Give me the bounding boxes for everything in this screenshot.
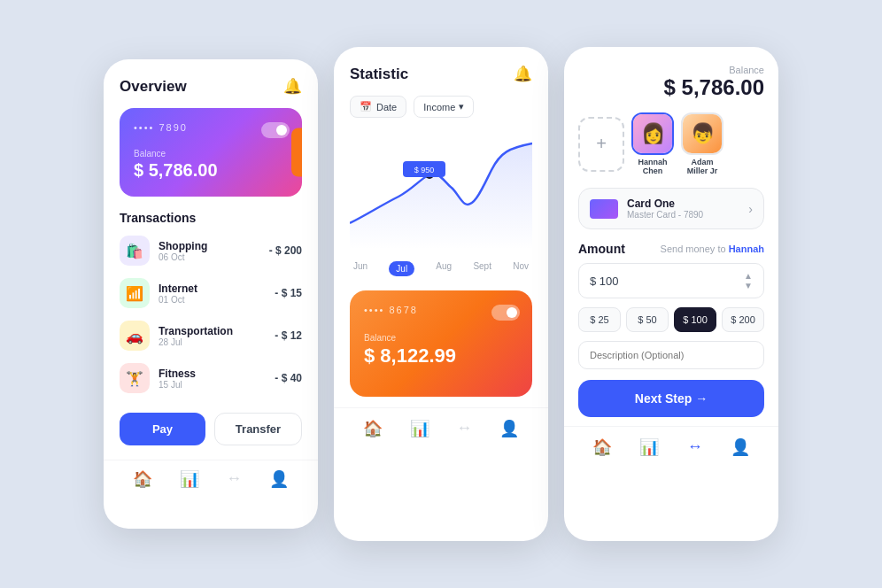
statistic-title: Statistic bbox=[350, 66, 408, 83]
bell-icon[interactable]: 🔔 bbox=[283, 77, 302, 96]
adam-name: AdamMiller Jr bbox=[687, 158, 718, 175]
amount-stepper[interactable]: ▲▼ bbox=[744, 271, 753, 290]
transaction-item: 📶 Internet 01 Oct - $ 15 bbox=[120, 278, 302, 308]
income-label: Income bbox=[423, 102, 455, 112]
income-dropdown[interactable]: Income ▾ bbox=[414, 96, 474, 118]
tx-name: Internet bbox=[159, 282, 275, 295]
tx-name: Fitness bbox=[159, 368, 275, 380]
recipient-hannah[interactable]: 👩 HannahChen bbox=[631, 112, 674, 175]
chart-months: Jun Jul Aug Sept Nov bbox=[350, 261, 532, 276]
tx-amount: - $ 200 bbox=[269, 244, 302, 257]
card-selector[interactable]: Card One Master Card - 7890 › bbox=[578, 188, 764, 229]
home-nav-icon-3[interactable]: 🏠 bbox=[592, 437, 612, 457]
date-filter-button[interactable]: 📅 Date bbox=[350, 96, 406, 118]
card-selector-visual bbox=[590, 199, 618, 219]
hannah-name: HannahChen bbox=[638, 158, 667, 175]
amount-header: Amount Send money to Hannah bbox=[578, 242, 764, 256]
overview-header: Overview 🔔 bbox=[120, 77, 302, 96]
tx-info: Internet 01 Oct bbox=[159, 282, 275, 305]
orange-card-toggle[interactable] bbox=[491, 305, 520, 321]
bell-icon-2[interactable]: 🔔 bbox=[514, 65, 532, 83]
user-nav-icon[interactable]: 👤 bbox=[269, 469, 289, 489]
recipient-adam[interactable]: 👦 AdamMiller Jr bbox=[681, 112, 723, 175]
card-selector-name: Card One bbox=[627, 197, 748, 210]
transfer-button[interactable]: Transfer bbox=[214, 413, 302, 445]
action-buttons: Pay Transfer bbox=[104, 406, 318, 460]
tx-date: 01 Oct bbox=[159, 295, 275, 305]
month-aug: Aug bbox=[436, 261, 452, 276]
filter-row: 📅 Date Income ▾ bbox=[350, 96, 532, 118]
tx-name: Transportation bbox=[159, 325, 275, 337]
internet-icon: 📶 bbox=[120, 278, 150, 308]
screen-send-money: Balance $ 5,786.00 + 👩 HannahChen 👦 Adam… bbox=[564, 47, 778, 541]
arrows-nav-icon[interactable]: ↔️ bbox=[226, 469, 242, 489]
send-to-name: Hannah bbox=[729, 244, 764, 254]
chart-nav-icon-3[interactable]: 📊 bbox=[639, 437, 659, 457]
tx-info: Transportation 28 Jul bbox=[159, 325, 275, 347]
orange-card-balance-label: Balance bbox=[364, 333, 518, 343]
line-chart: $ 950 bbox=[350, 130, 532, 254]
month-nov: Nov bbox=[513, 261, 529, 276]
pay-button[interactable]: Pay bbox=[120, 413, 205, 445]
tx-date: 15 Jul bbox=[159, 380, 275, 390]
transaction-item: 🛍️ Shopping 06 Oct - $ 200 bbox=[120, 236, 302, 266]
recipients-row: + 👩 HannahChen 👦 AdamMiller Jr bbox=[578, 112, 764, 175]
month-jul[interactable]: Jul bbox=[389, 261, 414, 276]
orange-card: •••• 8678 Balance $ 8,122.99 bbox=[350, 290, 532, 397]
svg-text:$ 950: $ 950 bbox=[414, 166, 435, 174]
month-jun: Jun bbox=[353, 261, 368, 276]
transport-icon: 🚗 bbox=[120, 321, 150, 351]
send-balance-amount: $ 5,786.00 bbox=[578, 75, 764, 100]
tx-amount: - $ 12 bbox=[275, 329, 302, 342]
user-nav-icon-2[interactable]: 👤 bbox=[499, 419, 519, 438]
chart-area: $ 950 bbox=[350, 130, 532, 254]
tx-info: Fitness 15 Jul bbox=[159, 368, 275, 390]
preset-100[interactable]: $ 100 bbox=[674, 307, 716, 332]
bottom-nav: 🏠 📊 ↔️ 👤 bbox=[104, 460, 318, 498]
preset-50[interactable]: $ 50 bbox=[626, 307, 669, 332]
card-selector-sub: Master Card - 7890 bbox=[627, 210, 748, 220]
transactions-section: Transactions 🛍️ Shopping 06 Oct - $ 200 … bbox=[104, 197, 318, 393]
next-step-button[interactable]: Next Step → bbox=[578, 380, 764, 417]
description-input[interactable] bbox=[578, 341, 764, 369]
arrows-nav-icon-2[interactable]: ↔️ bbox=[456, 419, 472, 438]
statistic-bottom-nav: 🏠 📊 ↔️ 👤 bbox=[334, 407, 548, 449]
screen-statistic: Statistic 🔔 📅 Date Income ▾ bbox=[334, 47, 548, 541]
send-bottom-nav: 🏠 📊 ↔️ 👤 bbox=[564, 426, 778, 468]
preset-amounts: $ 25 $ 50 $ 100 $ 200 bbox=[578, 307, 764, 332]
send-balance-section: Balance $ 5,786.00 bbox=[578, 65, 764, 100]
card-selector-arrow-icon: › bbox=[748, 202, 753, 216]
card-toggle[interactable] bbox=[261, 122, 290, 138]
chart-nav-icon[interactable]: 📊 bbox=[180, 469, 199, 489]
shopping-icon: 🛍️ bbox=[120, 236, 150, 266]
user-nav-icon-3[interactable]: 👤 bbox=[731, 437, 750, 457]
amount-section: Amount Send money to Hannah ▲▼ $ 25 $ 50… bbox=[578, 242, 764, 417]
preset-200[interactable]: $ 200 bbox=[722, 307, 764, 332]
screen-overview: Overview 🔔 •••• 7890 Balance $ 5,786.00 … bbox=[104, 59, 318, 529]
tx-name: Shopping bbox=[159, 240, 269, 252]
month-sept: Sept bbox=[473, 261, 491, 276]
card-balance-amount: $ 5,786.00 bbox=[134, 160, 288, 181]
chevron-down-icon: ▾ bbox=[459, 101, 464, 112]
overview-title: Overview bbox=[120, 78, 187, 96]
hannah-avatar-image: 👩 bbox=[633, 114, 672, 153]
home-nav-icon[interactable]: 🏠 bbox=[133, 469, 152, 489]
card-accent-tab bbox=[291, 128, 302, 177]
hannah-avatar: 👩 bbox=[631, 112, 674, 155]
add-recipient-button[interactable]: + bbox=[578, 117, 624, 172]
transactions-title: Transactions bbox=[120, 211, 302, 225]
balance-card: •••• 7890 Balance $ 5,786.00 bbox=[120, 108, 302, 197]
tx-info: Shopping 06 Oct bbox=[159, 240, 269, 262]
amount-input[interactable] bbox=[590, 275, 744, 288]
amount-input-wrapper: ▲▼ bbox=[578, 263, 764, 298]
arrows-nav-icon-3[interactable]: ↔️ bbox=[687, 437, 703, 457]
date-label: Date bbox=[376, 102, 397, 112]
chart-nav-icon-2[interactable]: 📊 bbox=[410, 419, 429, 438]
card-balance-label: Balance bbox=[134, 149, 288, 159]
preset-25[interactable]: $ 25 bbox=[578, 307, 621, 332]
adam-avatar: 👦 bbox=[681, 112, 723, 155]
tx-date: 06 Oct bbox=[159, 252, 269, 262]
transaction-item: 🚗 Transportation 28 Jul - $ 12 bbox=[120, 321, 302, 351]
send-to-label: Send money to Hannah bbox=[661, 244, 764, 254]
home-nav-icon-2[interactable]: 🏠 bbox=[363, 419, 383, 438]
